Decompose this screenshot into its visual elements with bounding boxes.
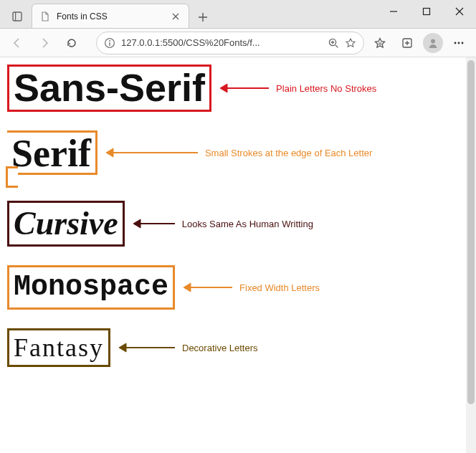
window-controls bbox=[377, 0, 476, 29]
vertical-scrollbar[interactable] bbox=[466, 57, 476, 453]
svg-point-11 bbox=[462, 42, 464, 44]
favorite-icon[interactable] bbox=[345, 37, 356, 49]
browser-toolbar: 127.0.0.1:5500/CSS%20Fonts/f... bbox=[0, 29, 476, 57]
address-bar[interactable]: 127.0.0.1:5500/CSS%20Fonts/f... bbox=[96, 32, 364, 54]
box-fragment bbox=[6, 166, 18, 188]
address-text: 127.0.0.1:5500/CSS%20Fonts/f... bbox=[121, 37, 322, 48]
font-row-serif: Serif Small Strokes at the edge of Each … bbox=[7, 130, 462, 175]
font-description: Fixed Width Letters bbox=[239, 282, 320, 293]
window-titlebar: Fonts in CSS bbox=[0, 0, 476, 29]
zoom-icon[interactable] bbox=[328, 37, 339, 49]
forward-button[interactable] bbox=[33, 32, 56, 54]
maximize-button[interactable] bbox=[410, 0, 443, 23]
arrow-icon bbox=[219, 82, 269, 95]
svg-point-4 bbox=[109, 40, 110, 42]
svg-rect-2 bbox=[424, 9, 430, 15]
font-row-cursive: Cursive Looks Same As Human Writting bbox=[7, 201, 462, 247]
scrollbar-thumb[interactable] bbox=[467, 60, 475, 404]
minimize-button[interactable] bbox=[377, 0, 410, 23]
arrow-icon bbox=[132, 217, 175, 230]
close-window-button[interactable] bbox=[443, 0, 476, 23]
font-sample-label: Fantasy bbox=[7, 328, 110, 367]
profile-avatar[interactable] bbox=[423, 33, 443, 53]
font-description: Looks Same As Human Writting bbox=[182, 219, 313, 229]
arrow-icon bbox=[105, 146, 198, 159]
reload-button[interactable] bbox=[60, 32, 83, 54]
arrow-icon bbox=[118, 341, 175, 354]
font-row-sans-serif: Sans-Serif Plain Letters No Strokes bbox=[7, 65, 462, 112]
font-sample-label: Sans-Serif bbox=[7, 65, 211, 112]
svg-point-10 bbox=[458, 42, 460, 44]
font-description: Small Strokes at the edge of Each Letter bbox=[205, 148, 372, 158]
svg-rect-0 bbox=[13, 12, 22, 21]
svg-rect-5 bbox=[109, 42, 110, 46]
font-description: Decorative Letters bbox=[182, 343, 258, 353]
svg-point-8 bbox=[431, 39, 435, 43]
new-tab-button[interactable] bbox=[192, 6, 214, 28]
favorites-button[interactable] bbox=[368, 32, 391, 54]
tab-title: Fonts in CSS bbox=[57, 11, 164, 22]
page-viewport: Sans-Serif Plain Letters No Strokes Seri… bbox=[0, 57, 476, 453]
font-row-monospace: Monospace Fixed Width Letters bbox=[7, 265, 462, 310]
svg-point-9 bbox=[454, 42, 457, 44]
site-info-icon[interactable] bbox=[104, 37, 115, 49]
page-content: Sans-Serif Plain Letters No Strokes Seri… bbox=[0, 57, 466, 453]
close-tab-button[interactable] bbox=[170, 11, 181, 22]
font-row-fantasy: Fantasy Decorative Letters bbox=[7, 328, 462, 367]
font-description: Plain Letters No Strokes bbox=[276, 83, 376, 94]
svg-rect-1 bbox=[15, 12, 16, 21]
back-button[interactable] bbox=[6, 32, 29, 54]
arrow-icon bbox=[182, 281, 232, 294]
font-sample-label: Monospace bbox=[7, 265, 175, 310]
font-sample-label: Cursive bbox=[7, 201, 125, 247]
font-sample-label: Serif bbox=[7, 130, 97, 175]
file-icon bbox=[39, 11, 51, 22]
more-menu-button[interactable] bbox=[447, 32, 470, 54]
browser-tab[interactable]: Fonts in CSS bbox=[32, 4, 189, 28]
collections-button[interactable] bbox=[396, 32, 419, 54]
tab-actions-button[interactable] bbox=[6, 5, 29, 28]
